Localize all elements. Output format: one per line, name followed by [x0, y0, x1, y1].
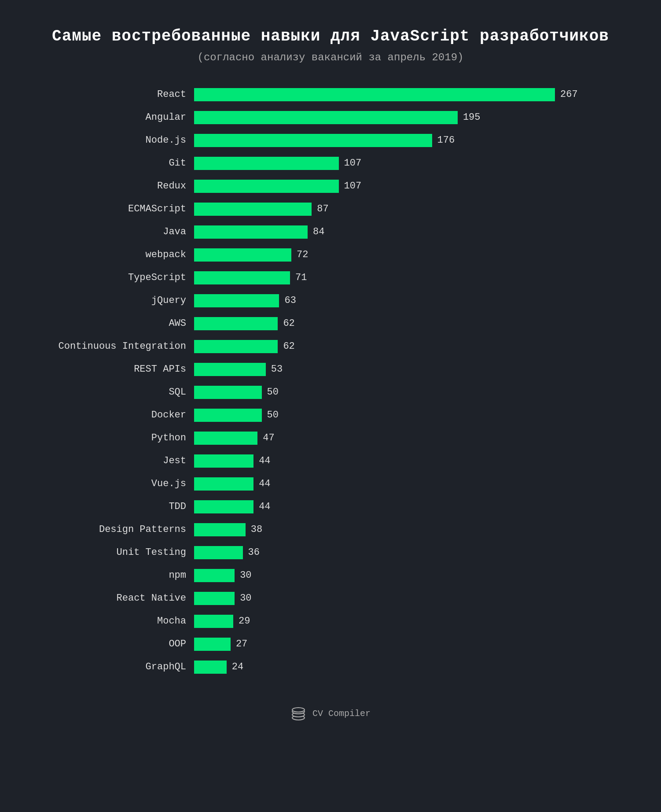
- bar-value: 195: [463, 112, 481, 123]
- bar-label: TypeScript: [44, 272, 194, 283]
- bar-value: 176: [437, 135, 455, 146]
- bar-row: ECMAScript87: [44, 200, 617, 218]
- bar: [194, 134, 432, 147]
- bar-row: React267: [44, 85, 617, 104]
- bar-label: React Native: [44, 593, 194, 604]
- bar-row: npm30: [44, 566, 617, 585]
- bar-row: Jest44: [44, 452, 617, 470]
- bar-value: 27: [236, 639, 247, 650]
- bar: [194, 661, 227, 674]
- bar: [194, 569, 235, 582]
- bar: [194, 317, 278, 330]
- bar-wrap: 36: [194, 546, 617, 559]
- bar-wrap: 29: [194, 615, 617, 628]
- chart-subtitle: (согласно анализу вакансий за апрель 201…: [44, 52, 617, 63]
- bar-row: SQL50: [44, 383, 617, 402]
- bar: [194, 157, 339, 170]
- bar-row: Design Patterns38: [44, 520, 617, 539]
- bar-wrap: 47: [194, 432, 617, 445]
- bar: [194, 88, 555, 101]
- bar-value: 24: [232, 661, 243, 672]
- bar-wrap: 53: [194, 363, 617, 376]
- bar-row: jQuery63: [44, 292, 617, 310]
- bar-row: React Native30: [44, 589, 617, 608]
- bar-wrap: 44: [194, 477, 617, 491]
- bar-wrap: 44: [194, 454, 617, 468]
- bar-value: 50: [267, 387, 279, 398]
- bar-wrap: 63: [194, 294, 617, 307]
- bar-label: Unit Testing: [44, 547, 194, 558]
- bar-wrap: 44: [194, 500, 617, 513]
- bar-value: 47: [263, 432, 274, 443]
- bar-row: Continuous Integration62: [44, 337, 617, 356]
- chart-title: Самые востребованные навыки для JavaScri…: [44, 26, 617, 47]
- bar-label: Angular: [44, 112, 194, 123]
- bar-value: 107: [344, 181, 362, 192]
- bar: [194, 386, 262, 399]
- footer: CV Compiler: [290, 707, 371, 720]
- bar: [194, 294, 279, 307]
- bar-wrap: 176: [194, 134, 617, 147]
- chart-container: Самые востребованные навыки для JavaScri…: [44, 26, 617, 681]
- bar-row: AWS62: [44, 314, 617, 333]
- bar-chart: React267Angular195Node.js176Git107Redux1…: [44, 85, 617, 676]
- bar-label: jQuery: [44, 295, 194, 306]
- bar-label: OOP: [44, 639, 194, 650]
- bar-wrap: 62: [194, 340, 617, 353]
- bar: [194, 225, 308, 239]
- bar-row: TDD44: [44, 498, 617, 516]
- bar-value: 29: [239, 616, 250, 627]
- bar-label: ECMAScript: [44, 203, 194, 214]
- bar-value: 71: [295, 272, 307, 283]
- bar-wrap: 87: [194, 203, 617, 216]
- bar-row: GraphQL24: [44, 658, 617, 676]
- bar: [194, 248, 291, 262]
- bar: [194, 638, 231, 651]
- bar-wrap: 30: [194, 569, 617, 582]
- bar-value: 107: [344, 158, 362, 169]
- bar-wrap: 30: [194, 592, 617, 605]
- bar: [194, 523, 246, 536]
- bar: [194, 432, 257, 445]
- bar-wrap: 38: [194, 523, 617, 536]
- bar-row: Git107: [44, 154, 617, 173]
- bar-wrap: 50: [194, 386, 617, 399]
- logo-icon: [290, 707, 306, 720]
- bar-value: 44: [259, 478, 270, 489]
- bar: [194, 363, 266, 376]
- company-name: CV Compiler: [312, 709, 371, 719]
- bar-row: Node.js176: [44, 131, 617, 150]
- bar-value: 38: [251, 524, 262, 535]
- bar-label: AWS: [44, 318, 194, 329]
- bar-value: 87: [317, 203, 328, 214]
- bar-value: 72: [297, 249, 308, 260]
- bar: [194, 180, 339, 193]
- bar-wrap: 50: [194, 409, 617, 422]
- bar-row: Unit Testing36: [44, 543, 617, 562]
- bar-label: Vue.js: [44, 478, 194, 489]
- bar-value: 267: [560, 89, 578, 100]
- bar-row: Java84: [44, 223, 617, 241]
- bar-value: 44: [259, 501, 270, 512]
- bar-label: Docker: [44, 410, 194, 421]
- bar: [194, 592, 235, 605]
- bar-row: webpack72: [44, 246, 617, 264]
- bar-label: TDD: [44, 501, 194, 512]
- bar-label: Python: [44, 432, 194, 443]
- bar-label: Continuous Integration: [44, 341, 194, 352]
- bar-wrap: 27: [194, 638, 617, 651]
- bar: [194, 615, 233, 628]
- bar-label: Node.js: [44, 135, 194, 146]
- bar-wrap: 24: [194, 661, 617, 674]
- bar-row: Python47: [44, 429, 617, 447]
- bar-label: Design Patterns: [44, 524, 194, 535]
- bar-row: Mocha29: [44, 612, 617, 631]
- bar: [194, 271, 290, 284]
- bar-row: REST APIs53: [44, 360, 617, 379]
- bar: [194, 477, 253, 491]
- bar: [194, 111, 458, 124]
- bar-value: 44: [259, 455, 270, 466]
- bar-wrap: 72: [194, 248, 617, 262]
- bar: [194, 203, 312, 216]
- svg-point-3: [292, 708, 305, 712]
